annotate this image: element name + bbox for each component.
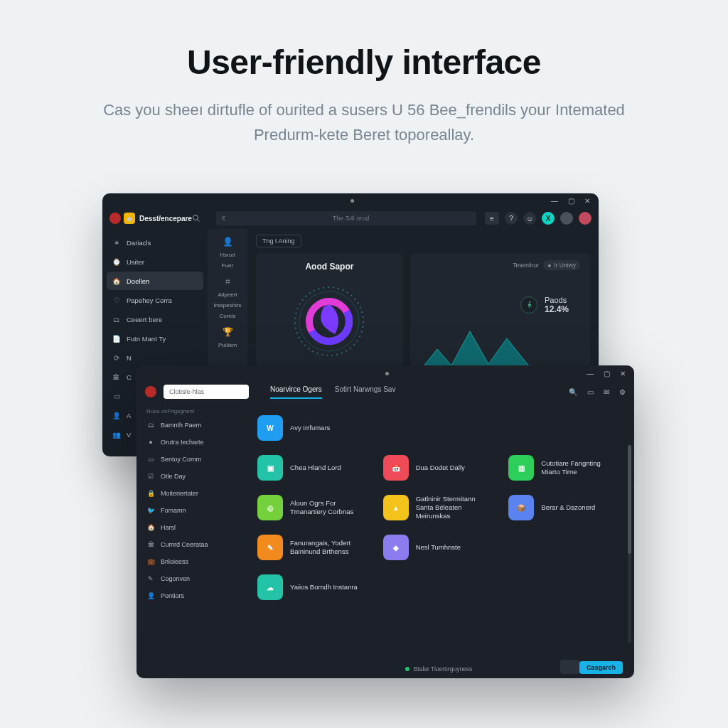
sidebar-item[interactable]: 🗂Bamnth Paern (141, 417, 239, 434)
gear-icon[interactable]: ⚙ (619, 388, 626, 396)
sidebar-item-icon: ✎ (146, 575, 155, 582)
sidebar-item-label: C (127, 373, 132, 381)
window-close-icon[interactable]: ✕ (620, 370, 626, 378)
panel-icon[interactable]: ▭ (587, 388, 594, 396)
search-input[interactable]: Clotisle-hlas (164, 385, 249, 399)
sidebar-item-label: Pontiors (161, 592, 184, 599)
sidebar-item[interactable]: 👤Pontiors (141, 587, 239, 604)
sidebar-item[interactable]: 🏠Harsl (141, 519, 239, 536)
window-front: — ▢ ✕ Clotisle-hlas Noarvirce OgersSotir… (136, 365, 634, 678)
sidebar-item-icon: 🏛 (112, 373, 121, 381)
sidebar-item[interactable]: ♡Papehey Corra (107, 291, 203, 309)
sidebar-item[interactable]: 🏠Doellen (107, 272, 203, 290)
app-tile[interactable]: ▲Gatlninir Stermitann Santa Béleaten Mei… (383, 495, 495, 520)
camera-dot-icon (385, 372, 389, 375)
primary-button[interactable]: Casgarch (579, 661, 623, 674)
window-close-icon[interactable]: ✕ (584, 197, 590, 205)
sidebar-item-icon: ⟳ (112, 354, 121, 362)
sidebar-section-header: Ruxo ovFrigsgnent (141, 405, 239, 416)
sidebar-item-icon: 💼 (146, 558, 155, 565)
rail-icon[interactable]: 👤 (223, 233, 233, 250)
sidebar-item-icon: ♡ (112, 296, 121, 304)
sidebar-item-label: A (127, 412, 131, 419)
hero: User-friendly interface Cas you sheeı di… (0, 0, 728, 147)
sidebar-item-label: Futn Mant Ty (127, 335, 166, 343)
sidebar-item[interactable]: 💼Bnloieess (141, 553, 239, 570)
sidebar-item[interactable]: ☑Otle Day (141, 468, 239, 485)
app-tile[interactable]: 📦Berar & Dazonerd (508, 495, 620, 520)
sidebar-item-label: Fomamn (161, 507, 186, 514)
window-min-icon[interactable]: — (587, 370, 594, 378)
sidebar-item[interactable]: 🐦Fomamn (141, 502, 239, 519)
sidebar-item[interactable]: 🗂Ceeert bere (107, 310, 203, 328)
sidebar-item-icon: 👤 (146, 592, 155, 599)
sidebar-item[interactable]: ●Orutra Iecharte (141, 434, 239, 451)
search-icon[interactable]: 🔍 (569, 388, 577, 396)
status-dot-icon (405, 667, 410, 671)
window-min-icon[interactable]: — (551, 197, 558, 205)
tab-button[interactable]: Tng t Aning (256, 235, 301, 247)
menu-icon[interactable]: ≡ (485, 212, 499, 225)
sidebar-item-label: Orutra Iecharte (161, 439, 204, 446)
sidebar-item[interactable]: ⌚Usiter (107, 252, 203, 271)
app-icon: ▣ (257, 455, 283, 481)
app-icon: ▲ (383, 495, 409, 520)
app-tile[interactable]: ▣Chea Hland Lord (257, 455, 369, 481)
rail-label: Irespeshirs (213, 302, 241, 309)
sidebar-front: Ruxo ovFrigsgnent 🗂Bamnth Paern●Orutra I… (136, 402, 243, 678)
sidebar-item[interactable]: ✶Dariacls (107, 233, 203, 252)
svg-point-6 (529, 301, 530, 303)
sidebar-item-icon: ● (146, 439, 155, 446)
sidebar-item[interactable]: ✎Cogonven (141, 570, 239, 587)
stat-pill[interactable]: ●Ir Uniwy (543, 260, 580, 270)
app-label: Gatlninir Stermitann Santa Béleaten Meir… (416, 495, 495, 520)
app-tile[interactable]: 📅Dua Dodet Dally (383, 455, 495, 481)
svg-point-0 (193, 215, 198, 220)
sidebar-item-icon: 🏛 (146, 541, 155, 548)
app-tile[interactable]: ◆Nesl Tumhnste (383, 535, 495, 560)
sidebar-item-label: Doellen (127, 277, 149, 285)
sidebar-item[interactable]: 🏛Cumrd Ceerataa (141, 536, 239, 553)
sidebar-item[interactable]: ▭Sentoy Comm (141, 451, 239, 468)
sidebar-item-label: Otle Day (161, 473, 186, 480)
window-max-icon[interactable]: ▢ (604, 370, 610, 378)
app-icon: 📅 (383, 455, 409, 481)
status-dot-2-icon[interactable] (579, 212, 592, 225)
app-label: Avy Irrfumars (290, 424, 330, 432)
sidebar-item[interactable]: ⟳N (107, 348, 203, 367)
brand-name: Desst/encepare (139, 215, 192, 223)
rail-label: Alipeert (218, 291, 237, 298)
profile-icon[interactable]: ☺ (523, 212, 536, 225)
address-bar[interactable]: € The S4l nrod (216, 211, 476, 225)
app-tile[interactable]: ✎Fanurangais, Yodert Baininund Brthenss (257, 535, 369, 560)
sparkline-chart (423, 324, 551, 367)
app-tile[interactable]: WAvy Irrfumars (257, 415, 369, 441)
help-icon[interactable]: ? (505, 212, 518, 225)
avatar-icon[interactable]: X (542, 212, 555, 225)
sidebar-item-icon: ✶ (112, 239, 121, 247)
app-tile[interactable]: ◎Aloun Ogrs For Tmanartiery Corbnas (257, 495, 369, 520)
hero-title: User-friendly interface (0, 43, 728, 82)
sidebar-item-label: Usiter (127, 258, 144, 266)
mail-icon[interactable]: ✉ (604, 388, 609, 396)
sidebar-item[interactable]: 📄Futn Mant Ty (107, 329, 203, 348)
secondary-button[interactable] (560, 660, 580, 674)
rail-icon[interactable]: 🏆 (223, 323, 233, 341)
scrollbar-thumb[interactable] (628, 445, 631, 554)
sidebar-item-label: Bamnth Paern (161, 422, 202, 429)
tabs: Noarvirce OgersSotirt Narwngs Sav (270, 385, 395, 399)
tab[interactable]: Sotirt Narwngs Sav (335, 385, 396, 399)
rail-icon[interactable]: ⌗ (225, 273, 230, 290)
scrollbar[interactable] (628, 445, 631, 643)
sidebar-item[interactable]: 🔒Moiteriertater (141, 485, 239, 502)
window-max-icon[interactable]: ▢ (568, 197, 574, 205)
rail-label: Cornis (219, 313, 235, 319)
app-tile[interactable]: ☁Yaiios Bomdh Instanra (257, 574, 369, 600)
hero-subtitle: Cas you sheeı dirtufle of ourited a suse… (87, 97, 641, 147)
tab[interactable]: Noarvirce Ogers (270, 385, 322, 399)
sidebar-item-icon: 🔒 (146, 490, 155, 497)
status-dot-1-icon[interactable] (560, 212, 573, 225)
brand-logo-icon (109, 213, 121, 224)
app-tile[interactable]: ▥Cutotiare Fangnting Miarto Tirne (508, 455, 620, 481)
search-icon[interactable] (192, 214, 200, 223)
